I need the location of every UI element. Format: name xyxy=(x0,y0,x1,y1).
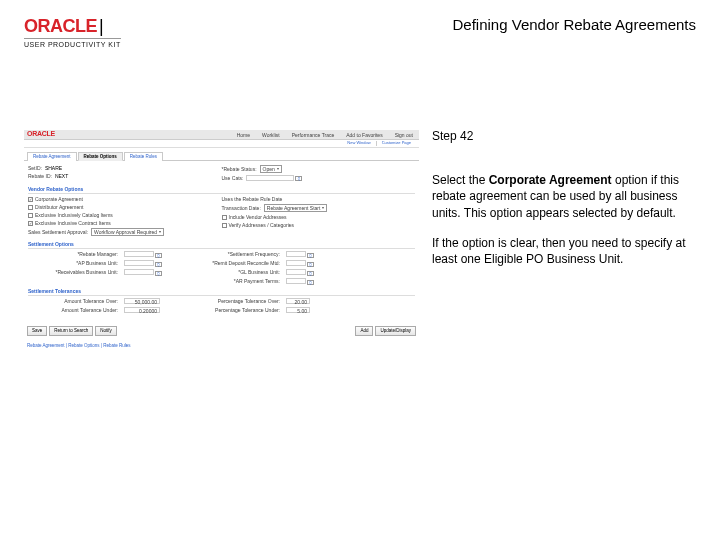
app-topbar: ORACLE Home Worklist Performance Trace A… xyxy=(24,130,419,140)
distributor-agreement-checkbox[interactable] xyxy=(28,205,33,210)
app-oracle-logo: ORACLE xyxy=(27,130,55,138)
catalog-items-label: Exclusive Inclusively Catalog Items xyxy=(35,212,113,218)
rebate-manager-input[interactable] xyxy=(124,251,154,257)
status-label: *Rebate Status: xyxy=(222,166,260,172)
include-addresses-label: Include Vendor Addresses xyxy=(229,214,287,220)
topnav-link[interactable]: Home xyxy=(237,132,250,138)
tab-rebate-agreement[interactable]: Rebate Agreement xyxy=(27,152,77,161)
section-settlement-tolerances: Settlement Tolerances xyxy=(28,288,415,296)
bottom-breadcrumb[interactable]: Rebate Agreement | Rebate Options | Reba… xyxy=(27,343,416,348)
lookup-icon[interactable]: Q xyxy=(307,271,314,276)
amt-tol-under-input[interactable]: 0.20000 xyxy=(124,307,160,313)
catalog-items-checkbox[interactable] xyxy=(28,213,33,218)
corporate-agreement-label: Corporate Agreement xyxy=(35,196,83,202)
pct-tol-under-input[interactable]: 5.00 xyxy=(286,307,310,313)
settlement-freq-label: *Settlement Frequency: xyxy=(180,251,280,258)
usecats-input[interactable] xyxy=(246,175,294,181)
lookup-icon[interactable]: Q xyxy=(307,253,314,258)
include-addresses-checkbox[interactable] xyxy=(222,215,227,220)
topnav-link[interactable]: Sign out xyxy=(395,132,413,138)
topnav-link[interactable]: Worklist xyxy=(262,132,280,138)
ar-payment-terms-input[interactable] xyxy=(286,278,306,284)
verify-addresses-checkbox[interactable] xyxy=(222,223,227,228)
app-subnav: New Window Customize Page xyxy=(24,140,419,148)
approval-select[interactable]: Workflow Approval Required xyxy=(91,228,164,236)
instruction-paragraph-2: If the option is clear, then you need to… xyxy=(432,235,688,267)
app-screenshot: ORACLE Home Worklist Performance Trace A… xyxy=(24,130,419,410)
save-button[interactable]: Save xyxy=(27,326,47,335)
amt-tol-under-label: Amount Tolerance Under: xyxy=(28,307,118,314)
brand-block: ORACLE| USER PRODUCTIVITY KIT xyxy=(24,16,121,48)
section-vendor-options: Vendor Rebate Options xyxy=(28,186,415,194)
setid-value: SHARE xyxy=(45,165,62,171)
tab-rebate-options[interactable]: Rebate Options xyxy=(78,152,123,161)
corporate-agreement-checkbox[interactable] xyxy=(28,197,33,202)
rebateid-label: Rebate ID: xyxy=(28,173,55,179)
lookup-icon[interactable]: Q xyxy=(295,176,302,181)
usecats-label: Use Cats: xyxy=(222,175,247,181)
verify-addresses-label: Verify Addresses / Categories xyxy=(229,222,295,228)
pct-tol-over-input[interactable]: 20.00 xyxy=(286,298,310,304)
lookup-icon[interactable]: Q xyxy=(307,262,314,267)
rebate-manager-label: *Rebate Manager: xyxy=(28,251,118,258)
status-select[interactable]: Open xyxy=(260,165,282,173)
pct-tol-over-label: Percentage Tolerance Over: xyxy=(180,298,280,305)
setid-label: SetID: xyxy=(28,165,45,171)
receivables-bu-input[interactable] xyxy=(124,269,154,275)
gl-bu-label: *GL Business Unit: xyxy=(180,269,280,276)
topnav-link[interactable]: Performance Trace xyxy=(292,132,335,138)
ar-payment-terms-label: *AR Payment Terms: xyxy=(180,278,280,285)
update-display-button[interactable]: Update/Display xyxy=(375,326,416,335)
page-title: Defining Vendor Rebate Agreements xyxy=(453,16,697,33)
gl-bu-input[interactable] xyxy=(286,269,306,275)
ap-bu-input[interactable] xyxy=(124,260,154,266)
settlement-freq-input[interactable] xyxy=(286,251,306,257)
notify-button[interactable]: Notify xyxy=(95,326,117,335)
approval-label: Sales Settlement Approval: xyxy=(28,229,91,235)
lookup-icon[interactable]: Q xyxy=(307,280,314,285)
instructions-panel: Step 42 Select the Corporate Agreement o… xyxy=(432,128,688,281)
instruction-paragraph-1: Select the Corporate Agreement option if… xyxy=(432,172,688,221)
lookup-icon[interactable]: Q xyxy=(155,262,162,267)
reconcile-mtd-input[interactable] xyxy=(286,260,306,266)
step-label: Step 42 xyxy=(432,128,688,144)
distributor-agreement-label: Distributor Agreement xyxy=(35,204,83,210)
oracle-logo: ORACLE| xyxy=(24,16,121,37)
subnav-link[interactable]: Customize Page xyxy=(382,141,416,146)
trans-date-label: Transaction Date: xyxy=(222,205,264,211)
topnav-link[interactable]: Add to Favorites xyxy=(346,132,382,138)
brand-subtitle: USER PRODUCTIVITY KIT xyxy=(24,38,121,48)
pct-tol-under-label: Percentage Tolerance Under: xyxy=(180,307,280,314)
subnav-link[interactable]: New Window xyxy=(347,141,376,146)
lookup-icon[interactable]: Q xyxy=(155,271,162,276)
rebateid-value: NEXT xyxy=(55,173,68,179)
options-panel: SetID:SHARE Rebate ID:NEXT *Rebate Statu… xyxy=(24,160,419,320)
contract-items-checkbox[interactable] xyxy=(28,221,33,226)
add-button[interactable]: Add xyxy=(355,326,373,335)
trans-date-select[interactable]: Rebate Agreement Start xyxy=(264,204,328,212)
amt-tol-over-label: Amount Tolerance Over: xyxy=(28,298,118,305)
lookup-icon[interactable]: Q xyxy=(155,253,162,258)
receivables-bu-label: *Receivables Business Unit: xyxy=(28,269,118,276)
tab-rebate-rules[interactable]: Rebate Rules xyxy=(124,152,163,161)
ap-bu-label: *AP Business Unit: xyxy=(28,260,118,267)
contract-items-label: Exclusive Inclusive Contract Items xyxy=(35,220,111,226)
return-button[interactable]: Return to Search xyxy=(49,326,93,335)
section-settlement-options: Settlement Options xyxy=(28,241,415,249)
rebate-rule-date-label: Uses the Rebate Rule Date xyxy=(222,196,283,202)
reconcile-mtd-label: *Remit Deposit Reconcile Mtd: xyxy=(180,260,280,267)
amt-tol-over-input[interactable]: 50,000.00 xyxy=(124,298,160,304)
